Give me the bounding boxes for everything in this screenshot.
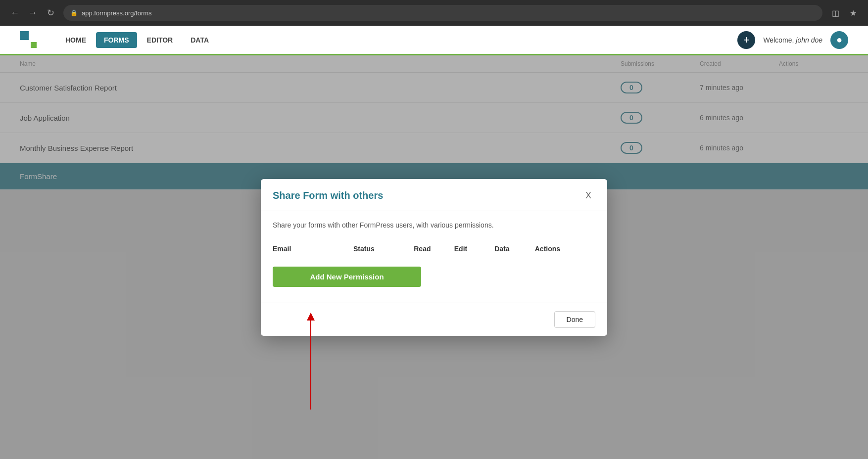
app-header: HOME FORMS EDITOR DATA + Welcome, john d… [0, 26, 868, 55]
browser-nav-buttons: ← → ↻ [8, 6, 57, 20]
permissions-list: Add New Permission [273, 261, 595, 293]
nav-data[interactable]: DATA [183, 32, 217, 48]
add-permission-button[interactable]: Add New Permission [273, 267, 421, 287]
nav-editor[interactable]: EDITOR [139, 32, 181, 48]
col-email: Email [273, 245, 353, 253]
browser-actions: ◫ ★ [828, 6, 860, 20]
url-text: app.formpress.org/forms [82, 9, 152, 17]
lock-icon: 🔒 [70, 9, 78, 16]
col-actions: Actions [535, 245, 595, 253]
modal-title: Share Form with others [273, 190, 383, 201]
nav-home[interactable]: HOME [57, 32, 94, 48]
extensions-button[interactable]: ◫ [828, 6, 842, 20]
col-edit: Edit [454, 245, 495, 253]
main-nav: HOME FORMS EDITOR DATA [57, 32, 217, 48]
modal-footer: Done [261, 303, 607, 336]
share-form-modal: Share Form with others X Share your form… [261, 179, 607, 336]
refresh-button[interactable]: ↻ [44, 6, 57, 20]
modal-header: Share Form with others X [261, 179, 607, 211]
logo-icon [20, 31, 38, 49]
nav-forms[interactable]: FORMS [96, 32, 137, 48]
add-form-button[interactable]: + [737, 31, 755, 49]
col-status: Status [353, 245, 414, 253]
username: john doe [796, 36, 822, 44]
user-avatar[interactable]: ● [830, 31, 848, 49]
col-read: Read [414, 245, 454, 253]
welcome-text: Welcome, john doe [763, 36, 822, 44]
logo [20, 31, 38, 49]
logo-teal-square [20, 31, 29, 40]
bookmark-button[interactable]: ★ [846, 6, 860, 20]
back-button[interactable]: ← [8, 6, 22, 20]
address-bar[interactable]: 🔒 app.formpress.org/forms [63, 5, 822, 21]
col-data: Data [494, 245, 535, 253]
permissions-table-header: Email Status Read Edit Data Actions [273, 241, 595, 257]
browser-chrome: ← → ↻ 🔒 app.formpress.org/forms ◫ ★ [0, 0, 868, 26]
logo-green-square [31, 42, 37, 48]
main-content: Name Submissions Created Actions Custome… [0, 55, 868, 459]
modal-close-button[interactable]: X [581, 189, 595, 203]
modal-overlay: Share Form with others X Share your form… [0, 55, 868, 459]
modal-body: Share your forms with other FormPress us… [261, 211, 607, 303]
modal-description: Share your forms with other FormPress us… [273, 221, 595, 229]
done-button[interactable]: Done [554, 311, 595, 328]
header-right: + Welcome, john doe ● [737, 31, 848, 49]
forward-button[interactable]: → [26, 6, 40, 20]
